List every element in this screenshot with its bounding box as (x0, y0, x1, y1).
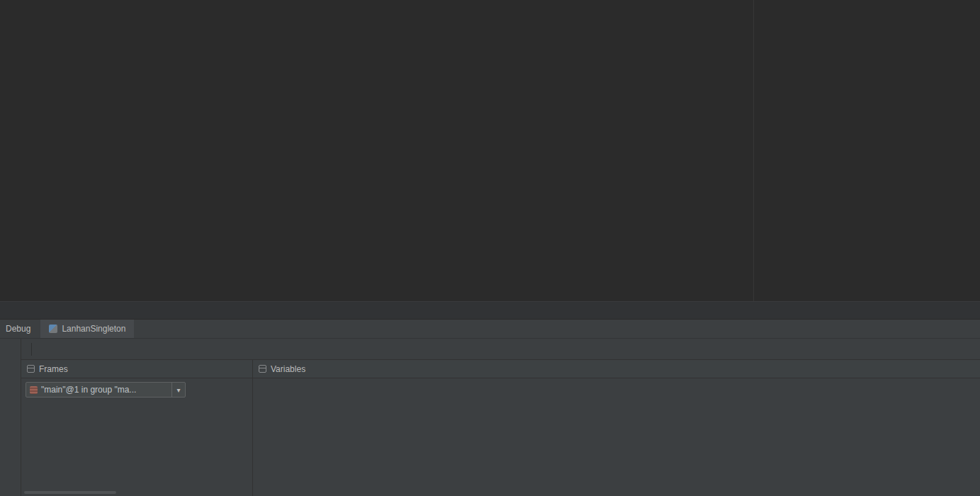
horizontal-scrollbar[interactable] (24, 491, 116, 494)
frames-panel-header: Frames (21, 360, 252, 378)
debug-content: Frames "main"@1 in group "ma... ▾ (21, 339, 980, 496)
code-editor (0, 0, 980, 301)
debug-session-tab[interactable]: LanhanSingleton (40, 320, 134, 338)
thread-selector-value: "main"@1 in group "ma... (41, 385, 168, 395)
run-config-icon (49, 325, 57, 333)
debug-session-tab-label: LanhanSingleton (62, 324, 125, 334)
toolwindow-title: Debug (0, 324, 40, 334)
debug-toolbar (21, 339, 980, 360)
right-margin-guide (753, 0, 754, 301)
debug-toolwindow-body: Frames "main"@1 in group "ma... ▾ (0, 338, 980, 496)
left-toolbar-strip (0, 339, 21, 496)
ide-window: Debug LanhanSingleton Frames (0, 0, 980, 496)
chevron-down-icon[interactable]: ▾ (171, 383, 185, 397)
toolbar-separator (31, 343, 32, 356)
frames-body: "main"@1 in group "ma... ▾ (21, 378, 252, 496)
thread-selector-row: "main"@1 in group "ma... ▾ (21, 378, 252, 400)
variables-panel-header: Variables (253, 360, 980, 378)
variables-tree (253, 378, 980, 496)
debug-toolwindow-header: Debug LanhanSingleton (0, 319, 980, 338)
variables-panel-title: Variables (271, 364, 305, 374)
frames-side-toolbar (237, 378, 252, 496)
breadcrumb-bar (0, 301, 980, 319)
frames-panel: Frames "main"@1 in group "ma... ▾ (21, 360, 253, 496)
thread-selector[interactable]: "main"@1 in group "ma... ▾ (26, 382, 186, 398)
debug-panels: Frames "main"@1 in group "ma... ▾ (21, 360, 980, 496)
variables-panel: Variables (253, 360, 980, 496)
frames-panel-title: Frames (39, 364, 68, 374)
frames-panel-icon (27, 365, 35, 373)
editor-lines (0, 24, 980, 26)
variables-panel-icon (259, 365, 266, 373)
thread-icon (30, 386, 38, 394)
